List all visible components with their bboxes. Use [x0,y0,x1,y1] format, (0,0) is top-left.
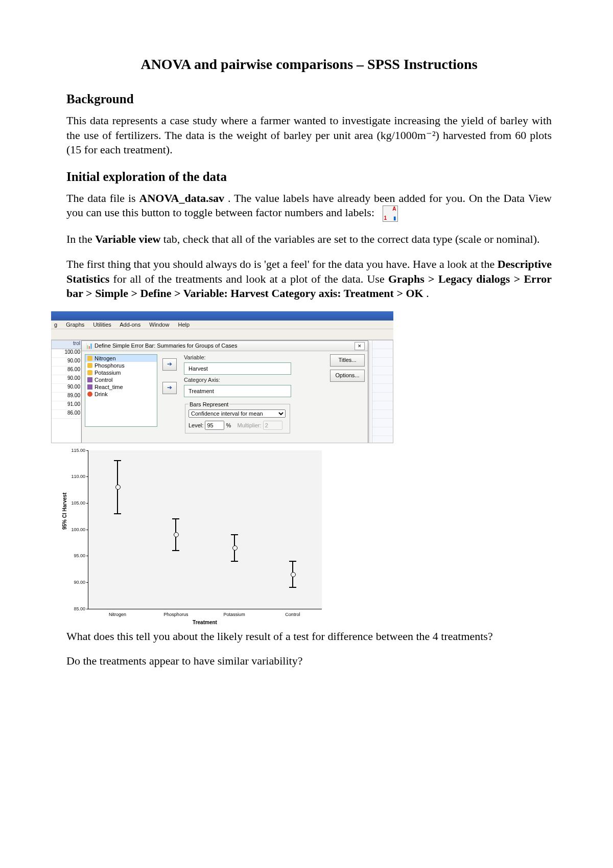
error-bar [234,535,235,561]
cell: 89.00 [52,393,81,401]
error-bar [175,519,176,551]
variable-label: Variable: [184,354,291,360]
x-tick: Control [285,612,300,617]
cell: 91.00 [52,401,81,410]
scale-icon [87,356,92,361]
percent-label: % [226,422,231,428]
category-field[interactable]: Treatment [184,385,291,397]
col-header: trol [52,340,81,349]
error-bar-chart: 95% CI Harvest 85.0090.0095.00100.00105.… [61,450,322,625]
mean-point [115,485,121,490]
heading-explore: Initial exploration of the data [66,170,552,184]
variable-list[interactable]: Nitrogen Phosphorus Potassium Control Re… [85,354,157,427]
menu-item[interactable]: Add-ons [120,322,140,328]
cell: 90.00 [52,375,81,384]
nominal-icon [87,392,92,397]
variable-value: Harvest [188,366,208,372]
x-axis-label: Treatment [88,620,322,625]
menu-item[interactable]: Window [149,322,169,328]
list-item[interactable]: Drink [95,391,108,397]
scale-icon [87,363,92,368]
cell: 100.00 [52,349,81,358]
text: In the [66,233,95,245]
multiplier-label: Multiplier: [238,422,262,428]
list-item[interactable]: Nitrogen [95,355,116,361]
chart-icon: 📊 [86,342,93,349]
para-background: This data represents a case study where … [66,113,552,157]
y-tick: 95.00 [64,553,85,558]
menu-item[interactable]: Help [178,322,190,328]
mean-point [291,572,296,577]
para-question2: Do the treatments appear to have similar… [66,654,552,669]
window-titlebar [51,311,393,321]
close-icon[interactable]: ✕ [355,342,365,350]
category-label: Category Axis: [184,377,291,383]
dialog-title: 📊 Define Simple Error Bar: Summaries for… [82,341,368,351]
y-axis-label: 95% CI Harvest [62,493,67,530]
text: tab, check that all of the variables are… [163,233,540,245]
text-bold: Variable view [95,233,160,245]
mean-point [174,532,179,537]
x-tick: Nitrogen [109,612,126,617]
text: for all of the treatments and look at a … [113,272,388,285]
cell: 86.00 [52,367,81,375]
heading-background: Background [66,92,552,106]
list-item[interactable]: React_time [95,384,123,390]
x-tick: Potassium [224,612,245,617]
menu-item[interactable]: g [54,322,57,328]
menu-item[interactable]: Utilities [93,322,111,328]
data-column: trol 100.00 90.00 86.00 90.00 90.00 89.0… [52,340,82,443]
para-graphs: The first thing that you should always d… [66,257,552,301]
y-tick: 85.00 [64,606,85,611]
cell: 90.00 [52,358,81,367]
error-bar [117,461,118,513]
y-tick: 110.00 [64,474,85,479]
para-datafile: The data file is ANOVA_data.sav . The va… [66,191,552,222]
move-variable-button[interactable]: ➔ [162,358,177,371]
text: The data file is [66,192,139,204]
titles-button[interactable]: Titles... [330,354,365,367]
text: . [426,287,429,300]
para-question1: What does this tell you about the likely… [66,629,552,644]
move-category-button[interactable]: ➔ [162,382,177,394]
level-input[interactable] [205,421,224,430]
spss-screenshot: g Graphs Utilities Add-ons Window Help t… [51,311,393,443]
page-title: ANOVA and pairwise comparisons – SPSS In… [66,56,552,73]
text: The first thing that you should always d… [66,258,498,270]
y-tick: 115.00 [64,448,85,453]
bars-represent-select[interactable]: Confidence interval for mean [188,409,286,418]
category-value: Treatment [188,388,214,394]
filename: ANOVA_data.sav [139,192,224,204]
error-bar [292,561,293,588]
toolbar [51,329,393,340]
y-tick: 105.00 [64,500,85,506]
spreadsheet-edge [372,340,393,443]
scale-icon [87,384,92,390]
scale-icon [87,370,92,375]
y-tick: 100.00 [64,527,85,532]
bars-represent-group: Bars Represent Confidence interval for m… [185,401,290,433]
scale-icon [87,377,92,382]
options-button[interactable]: Options... [330,370,365,382]
level-label: Level: [188,422,203,428]
x-tick: Phosphorus [163,612,188,617]
para-variableview: In the Variable view tab, check that all… [66,232,552,247]
menu-item[interactable]: Graphs [66,322,84,328]
cell: 86.00 [52,410,81,419]
value-labels-toggle-icon: A1▮ [383,205,398,222]
list-item[interactable]: Potassium [95,370,121,376]
dialog-title-text: Define Simple Error Bar: Summaries for G… [95,342,237,349]
mean-point [232,545,238,551]
list-item[interactable]: Control [95,377,112,383]
y-tick: 90.00 [64,580,85,585]
menu-bar: g Graphs Utilities Add-ons Window Help [51,321,393,329]
list-item[interactable]: Phosphorus [95,362,125,369]
bars-represent-legend: Bars Represent [188,401,229,407]
define-error-bar-dialog: 📊 Define Simple Error Bar: Summaries for… [81,340,368,443]
multiplier-input [263,421,282,430]
cell: 90.00 [52,384,81,393]
variable-field[interactable]: Harvest [184,362,291,375]
